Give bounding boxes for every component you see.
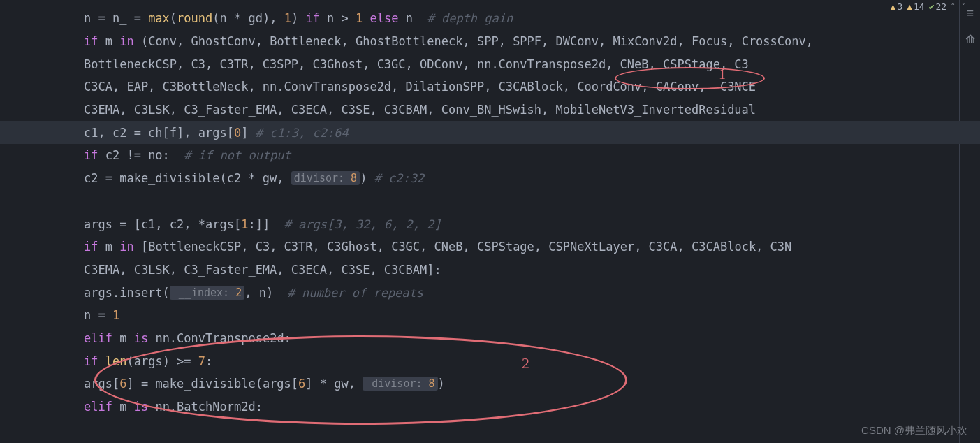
code-line: if m in [BottleneckCSP, C3, C3TR, C3Ghos… (0, 235, 980, 259)
code-line: n = 1 (0, 304, 980, 327)
code-line: if c2 != no: # if not output (0, 144, 980, 167)
code-line: args = [c1, c2, *args[1:]] # args[3, 32,… (0, 212, 980, 235)
code-line: C3EMA, C3LSK, C3_Faster_EMA, C3ECA, C3SE… (0, 259, 980, 282)
code-line: n = n_ = max(round(n * gd), 1) if n > 1 … (0, 7, 980, 30)
code-line (0, 190, 980, 213)
code-line: elif m is nn.BatchNorm2d: (0, 395, 980, 419)
code-line: C3EMA, C3LSK, C3_Faster_EMA, C3ECA, C3SE… (0, 99, 980, 122)
watermark: CSDN @弗兰随风小欢 (861, 424, 967, 437)
code-line: args.insert( __index: 2, n) # number of … (0, 281, 980, 304)
text-cursor (349, 126, 349, 140)
code-line: if len(args) >= 7: (0, 349, 980, 372)
code-line: c2 = make_divisible(c2 * gw, divisor: 8)… (0, 167, 980, 190)
code-line: if m in (Conv, GhostConv, Bottleneck, Gh… (0, 30, 980, 53)
code-line: C3CA, EAP, C3BottleNeck, nn.ConvTranspos… (0, 75, 980, 99)
code-line: args[6] = make_divisible(args[6] * gw, d… (0, 372, 980, 395)
code-line: BottleneckCSP, C3, C3TR, C3SPP, C3Ghost,… (0, 52, 980, 75)
code-editor[interactable]: n = n_ = max(round(n * gd), 1) if n > 1 … (0, 0, 980, 418)
code-line-active: c1, c2 = ch[f], args[0] # c1:3, c2:64 (0, 121, 980, 144)
code-line: elif m is nn.ConvTranspose2d: (0, 327, 980, 350)
